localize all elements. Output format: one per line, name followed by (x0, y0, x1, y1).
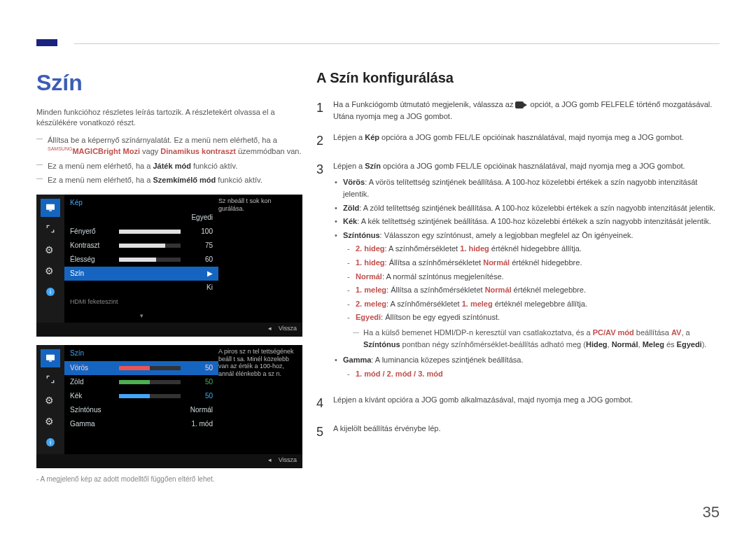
osd-panel-color: ⚙ ⚙ i Szín Vörös 50 (36, 345, 302, 468)
osd-row: Zöld 50 (64, 375, 218, 389)
step-3: 3 Lépjen a Szín opcióra a JOG gomb FEL/L… (316, 160, 720, 384)
section-title: Szín (36, 70, 302, 96)
osd-row: Gamma 1. mód (64, 417, 218, 431)
caption: - A megjelenő kép az adott modelltől füg… (36, 475, 302, 483)
gear-icon: ⚙ (41, 412, 60, 430)
info-icon: i (41, 283, 60, 301)
osd-row-highlight: Vörös 50 (64, 361, 218, 375)
svg-text:i: i (50, 439, 51, 446)
note: Ha a külső bemenet HDMI/DP-n keresztül v… (353, 327, 720, 350)
osd-title: Kép (70, 199, 83, 206)
menu-icon (515, 101, 528, 108)
note-item: Állítsa be a képernyő színárnyalatát. Ez… (48, 134, 302, 157)
chapter-tab (36, 39, 57, 46)
osd-panel-picture: ⚙ ⚙ i Kép Egyedi Fényerő 100 (36, 195, 302, 337)
gear-icon: ⚙ (41, 391, 60, 409)
osd-hint: Sz nbeáll t sok kon gurálása. (218, 195, 302, 216)
note-item: Ez a menü nem elérhető, ha a Szemkímélő … (48, 174, 302, 186)
monitor-icon (41, 349, 60, 367)
page-number: 35 (703, 503, 720, 521)
osd-hint: A piros sz n tel tettségének beáll t sa.… (218, 345, 302, 381)
header-rule (74, 43, 720, 44)
step-1: 1 Ha a Funkciógomb útmutató megjelenik, … (316, 99, 720, 122)
svg-rect-1 (49, 210, 52, 211)
config-title: A Szín konfigurálása (316, 70, 720, 86)
osd-value: Ki (206, 283, 213, 291)
step-2: 2 Lépjen a Kép opcióra a JOG gomb FEL/LE… (316, 132, 720, 150)
svg-rect-5 (49, 360, 52, 361)
osd-row-disabled: HDMI feketeszint (64, 295, 218, 309)
svg-text:i: i (50, 288, 51, 295)
osd-row: Kontraszt 75 (64, 239, 218, 253)
gear-icon: ⚙ (41, 262, 60, 280)
step-5: 5 A kijelölt beállítás érvénybe lép. (316, 423, 720, 442)
osd-row: Kék 50 (64, 389, 218, 403)
osd-row-highlight: Szín ▶ (64, 267, 218, 281)
osd-footer: ◂Vissza (36, 323, 302, 337)
svg-rect-4 (46, 354, 55, 360)
osd-row: Élesség 60 (64, 253, 218, 267)
note-item: Ez a menü nem elérhető, ha a Játék mód f… (48, 160, 302, 172)
monitor-icon (41, 199, 60, 217)
size-icon (41, 370, 60, 388)
osd-value: Egyedi (191, 213, 213, 221)
gear-icon: ⚙ (41, 241, 60, 259)
osd-footer: ◂Vissza (36, 454, 302, 468)
size-icon (41, 220, 60, 238)
osd-row: Színtónus Normál (64, 403, 218, 417)
osd-title: Szín (70, 349, 84, 357)
info-icon: i (41, 433, 60, 451)
intro-paragraph: Minden funkcióhoz részletes leírás tarto… (36, 107, 302, 129)
step-4: 4 Lépjen a kívánt opcióra a JOG gomb alk… (316, 394, 720, 413)
osd-row: Fényerő 100 (64, 225, 218, 239)
svg-rect-0 (46, 204, 55, 209)
